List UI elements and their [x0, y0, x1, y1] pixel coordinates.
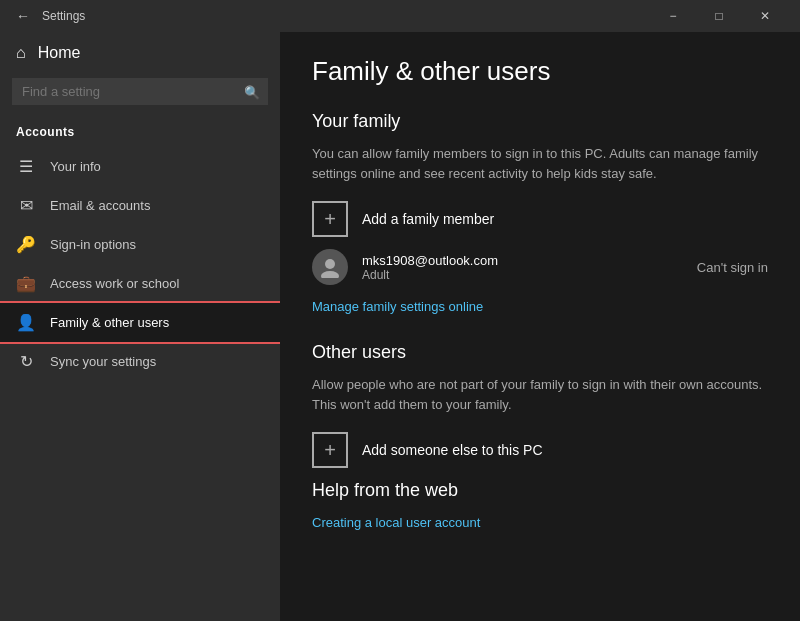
user-avatar: [312, 249, 348, 285]
add-family-member-label: Add a family member: [362, 211, 494, 227]
title-bar-title: Settings: [42, 9, 85, 23]
add-family-member-row[interactable]: + Add a family member: [312, 201, 768, 237]
sidebar-item-label: Your info: [50, 159, 101, 174]
sync-icon: ↻: [16, 352, 36, 371]
family-icon: 👤: [16, 313, 36, 332]
maximize-button[interactable]: □: [696, 0, 742, 32]
other-users-desc: Allow people who are not part of your fa…: [312, 375, 768, 414]
sidebar-item-sign-in[interactable]: 🔑 Sign-in options: [0, 225, 280, 264]
creating-local-account-link[interactable]: Creating a local user account: [312, 515, 480, 530]
sidebar-section-title: Accounts: [0, 117, 280, 147]
svg-point-1: [321, 271, 339, 278]
sidebar-item-label: Sign-in options: [50, 237, 136, 252]
close-button[interactable]: ✕: [742, 0, 788, 32]
minimize-button[interactable]: −: [650, 0, 696, 32]
manage-family-link[interactable]: Manage family settings online: [312, 299, 483, 314]
search-icon: 🔍: [244, 84, 260, 99]
sidebar-search-container: 🔍: [12, 78, 268, 105]
your-family-title: Your family: [312, 111, 768, 132]
add-someone-row[interactable]: + Add someone else to this PC: [312, 432, 768, 468]
sidebar-item-label: Access work or school: [50, 276, 179, 291]
sidebar-home[interactable]: ⌂ Home: [0, 32, 280, 74]
your-family-desc: You can allow family members to sign in …: [312, 144, 768, 183]
home-label: Home: [38, 44, 81, 62]
title-bar: ← Settings − □ ✕: [0, 0, 800, 32]
content-area: Family & other users Your family You can…: [280, 32, 800, 621]
cant-sign-in-label: Can't sign in: [697, 260, 768, 275]
add-family-member-button[interactable]: +: [312, 201, 348, 237]
other-users-title: Other users: [312, 342, 768, 363]
add-someone-label: Add someone else to this PC: [362, 442, 543, 458]
sidebar: ⌂ Home 🔍 Accounts ☰ Your info ✉ Email & …: [0, 32, 280, 621]
sidebar-item-label: Family & other users: [50, 315, 169, 330]
add-someone-button[interactable]: +: [312, 432, 348, 468]
sidebar-item-label: Sync your settings: [50, 354, 156, 369]
user-info: mks1908@outlook.com Adult: [362, 253, 683, 282]
title-bar-controls: − □ ✕: [650, 0, 788, 32]
search-input[interactable]: [12, 78, 268, 105]
user-email: mks1908@outlook.com: [362, 253, 683, 268]
your-info-icon: ☰: [16, 157, 36, 176]
page-title: Family & other users: [312, 56, 768, 87]
home-icon: ⌂: [16, 44, 26, 62]
help-section-title: Help from the web: [312, 480, 768, 501]
sidebar-item-label: Email & accounts: [50, 198, 150, 213]
back-button[interactable]: ←: [12, 4, 34, 28]
title-bar-left: ← Settings: [12, 4, 650, 28]
sidebar-item-your-info[interactable]: ☰ Your info: [0, 147, 280, 186]
sidebar-item-family-users[interactable]: 👤 Family & other users: [0, 303, 280, 342]
user-role: Adult: [362, 268, 683, 282]
sidebar-item-sync[interactable]: ↻ Sync your settings: [0, 342, 280, 381]
svg-point-0: [325, 259, 335, 269]
work-icon: 💼: [16, 274, 36, 293]
sidebar-item-access-work[interactable]: 💼 Access work or school: [0, 264, 280, 303]
sidebar-item-email-accounts[interactable]: ✉ Email & accounts: [0, 186, 280, 225]
main-layout: ⌂ Home 🔍 Accounts ☰ Your info ✉ Email & …: [0, 32, 800, 621]
family-user-row: mks1908@outlook.com Adult Can't sign in: [312, 249, 768, 285]
sign-in-icon: 🔑: [16, 235, 36, 254]
email-icon: ✉: [16, 196, 36, 215]
